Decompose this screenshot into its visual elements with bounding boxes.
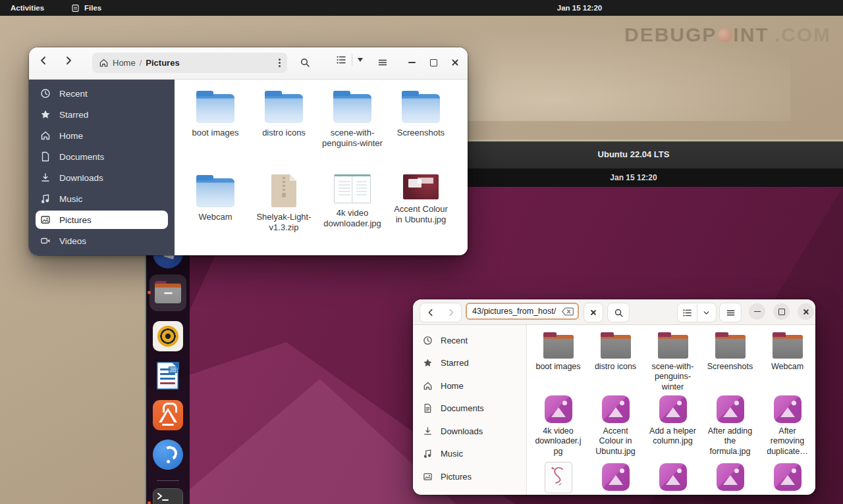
sidebar-label: Recent xyxy=(59,89,88,99)
sidebar-item-home[interactable]: Home xyxy=(29,125,175,146)
sidebar-label: Pictures xyxy=(441,472,472,482)
file-item[interactable]: Add a helper column.jpg xyxy=(644,394,701,457)
file-item[interactable]: After adding the formula.jpg xyxy=(701,394,759,457)
path-input[interactable] xyxy=(472,307,559,316)
file-item[interactable]: Basic Title xyxy=(587,462,644,495)
file-item[interactable]: scene-with-penguins-winter xyxy=(318,90,387,149)
file-item[interactable]: 4k video downloader.jpg xyxy=(318,174,387,234)
file-item[interactable]: Screenshots xyxy=(387,90,455,149)
path-menu-icon[interactable] xyxy=(279,62,281,64)
file-item[interactable]: Accent Colour in Ubuntu.jpg xyxy=(387,174,455,234)
image-file-icon xyxy=(659,463,687,491)
ubuntu-software-icon[interactable] xyxy=(153,400,183,430)
file-item[interactable]: Screenshots xyxy=(701,332,759,392)
headerbar[interactable]: Home / Pictures xyxy=(29,47,468,80)
file-item[interactable]: Shelyak-Light-v1.3.zip xyxy=(250,174,318,234)
terminal-icon[interactable] xyxy=(153,488,183,504)
clock[interactable]: Jan 15 12:20 xyxy=(533,0,626,16)
headerbar[interactable] xyxy=(413,299,815,325)
app-menu-files[interactable]: Files xyxy=(71,0,101,16)
sidebar-item-starred[interactable]: Starred xyxy=(413,352,526,375)
file-item[interactable]: Webcam xyxy=(181,174,250,234)
sidebar-item-documents[interactable]: Documents xyxy=(29,146,175,167)
maximize-button[interactable] xyxy=(425,54,442,71)
maximize-icon xyxy=(778,309,785,315)
view-toggle xyxy=(677,303,717,322)
sidebar-label: Starred xyxy=(441,358,469,368)
sidebar-item-pictures[interactable]: Pictures xyxy=(36,211,168,229)
forward-button[interactable] xyxy=(63,55,74,66)
vm-clock[interactable]: Jan 15 12:20 xyxy=(555,173,713,182)
file-grid: boot images distro icons scene-with-peng… xyxy=(175,80,468,255)
folder-icon xyxy=(402,94,440,123)
rhythmbox-icon[interactable] xyxy=(153,321,183,351)
sidebar-item-downloads[interactable]: Downloads xyxy=(29,167,175,188)
file-item[interactable]: boot images xyxy=(181,90,250,149)
file-label: Screenshots xyxy=(397,128,445,138)
hamburger-menu-button[interactable] xyxy=(374,54,391,71)
sidebar-label: Downloads xyxy=(441,426,483,436)
file-item[interactable]: bliuetui fea xyxy=(701,462,759,495)
file-item[interactable]: boot images xyxy=(530,332,587,392)
breadcrumb[interactable]: Home / Pictures xyxy=(92,53,287,73)
back-button[interactable] xyxy=(38,55,49,66)
view-toggle[interactable] xyxy=(336,54,363,66)
close-icon xyxy=(451,59,459,66)
file-item[interactable]: distro icons xyxy=(250,90,318,149)
files-icon[interactable] xyxy=(153,278,183,308)
folder-icon xyxy=(196,178,234,207)
zip-file-icon xyxy=(271,174,296,207)
close-button[interactable] xyxy=(447,54,464,71)
file-item[interactable]: Blackbox xyxy=(644,462,701,495)
file-item[interactable]: CalcSheet xyxy=(759,462,815,495)
file-item[interactable]: After removing duplicate… xyxy=(759,394,815,457)
nav-buttons xyxy=(420,303,462,322)
view-options-button[interactable] xyxy=(697,309,717,317)
file-item[interactable]: Architview xyxy=(530,462,587,495)
close-button[interactable] xyxy=(798,303,814,320)
sidebar-item-starred[interactable]: Starred xyxy=(29,104,175,125)
file-item[interactable]: 4k video downloader.jpg xyxy=(530,394,587,457)
file-item[interactable]: Webcam xyxy=(759,332,815,392)
file-item[interactable]: Accent Colour in Ubuntu.jpg xyxy=(587,394,644,457)
files-window-host: Home / Pictures xyxy=(29,47,468,255)
help-icon[interactable] xyxy=(153,440,183,470)
breadcrumb-home[interactable]: Home xyxy=(113,58,136,68)
hamburger-menu-button[interactable] xyxy=(719,303,742,322)
sidebar-item-home[interactable]: Home xyxy=(413,374,526,397)
search-button[interactable] xyxy=(296,54,313,71)
minimize-button[interactable] xyxy=(403,54,420,71)
list-view-button[interactable] xyxy=(678,308,697,318)
sidebar-item-videos[interactable]: Videos xyxy=(29,230,175,251)
activities-button[interactable]: Activities xyxy=(11,0,44,16)
minimize-icon xyxy=(754,311,761,313)
breadcrumb-current[interactable]: Pictures xyxy=(146,58,179,68)
sidebar-item-recent[interactable]: Recent xyxy=(413,329,526,352)
sidebar-item-music[interactable]: Music xyxy=(29,188,175,209)
sidebar-item-music[interactable]: Music xyxy=(413,443,526,466)
image-file-icon xyxy=(774,395,802,423)
sidebar: Recent Starred Home Documents Downloads … xyxy=(413,325,527,495)
search-button[interactable] xyxy=(607,303,630,322)
chevron-down-icon xyxy=(702,309,711,317)
libreoffice-writer-icon[interactable] xyxy=(153,361,183,391)
forward-button[interactable] xyxy=(441,308,461,317)
view-options-icon[interactable] xyxy=(358,58,363,62)
minimize-button[interactable] xyxy=(749,303,765,320)
location-entry[interactable] xyxy=(466,303,579,320)
maximize-button[interactable] xyxy=(773,303,790,320)
back-button[interactable] xyxy=(420,308,441,317)
image-file-icon xyxy=(774,463,802,491)
list-view-icon xyxy=(336,55,346,65)
file-item[interactable]: distro icons xyxy=(587,332,644,392)
maximize-icon xyxy=(430,59,437,66)
close-search-button[interactable] xyxy=(584,303,603,322)
clear-backspace-icon[interactable] xyxy=(562,307,574,316)
sidebar-item-recent[interactable]: Recent xyxy=(29,83,175,104)
sidebar-item-documents[interactable]: Documents xyxy=(413,397,526,420)
recent-icon xyxy=(40,88,51,99)
sidebar-item-downloads[interactable]: Downloads xyxy=(413,420,526,443)
sidebar-item-pictures[interactable]: Pictures xyxy=(413,465,526,488)
file-item[interactable]: scene-with-penguins-winter xyxy=(644,332,701,392)
file-label: After adding the formula.jpg xyxy=(706,426,755,457)
